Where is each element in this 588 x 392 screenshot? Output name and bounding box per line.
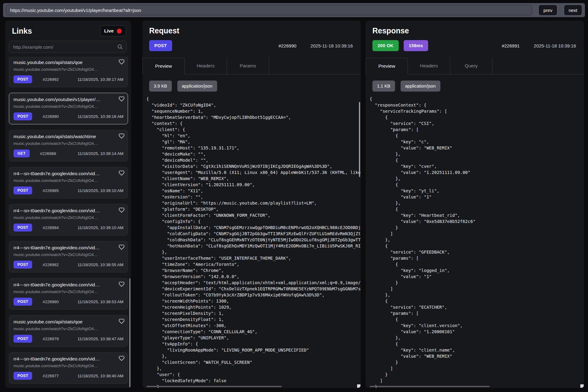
scrollbar-corner — [580, 384, 584, 388]
list-item-url: music.youtube.com/api/stats/qoe — [13, 319, 124, 325]
heart-icon[interactable] — [119, 355, 125, 361]
scrollbar-corner — [357, 384, 360, 388]
request-method-badge: POST — [149, 40, 172, 51]
list-item-referrer: music.youtube.com/watch?v=ZkCUfoNgIO4… — [13, 104, 124, 109]
response-tab-query[interactable]: Query — [450, 58, 492, 74]
response-timestamp: 2025-11-18 10:39:16 — [534, 43, 576, 48]
list-item-time: 11/18/2025, 10:39:16 AM — [77, 114, 124, 119]
list-item-url: music.youtube.com/api/stats/watchtime — [13, 134, 124, 139]
list-item[interactable]: rr4---sn-t0aedn7e.googlevideo.com/vid… m… — [9, 278, 128, 310]
search-icon — [117, 44, 123, 51]
live-toggle-label: Live — [104, 28, 114, 34]
method-badge: POST — [13, 335, 32, 343]
request-tabs: Preview Headers Params — [142, 58, 361, 74]
list-item-time: 11/18/2025, 10:39:10 AM — [77, 188, 124, 193]
list-item-url: music.youtube.com/api/stats/qoe — [13, 59, 124, 65]
response-panel-title: Response — [372, 26, 577, 35]
heart-icon[interactable] — [119, 207, 125, 213]
list-item-referrer: music.youtube.com/watch?v=ZkCUfoNgIO4… — [13, 215, 124, 220]
next-button[interactable]: next — [564, 5, 582, 16]
response-tab-preview[interactable]: Preview — [366, 58, 408, 74]
list-item-selected[interactable]: music.youtube.com/youtubei/v1/player/… m… — [9, 93, 128, 124]
list-item-time: 11/18/2025, 10:39:10 AM — [77, 225, 124, 230]
request-panel: Request POST #226990 2025-11-18 10:39:16… — [142, 21, 361, 388]
list-item-referrer: music.youtube.com/watch?v=ZkCUfoNgIO4… — [13, 363, 124, 368]
live-indicator-dot — [117, 28, 122, 34]
list-item-id: #226979 — [43, 337, 59, 341]
list-item-referrer: music.youtube.com/watch?v=ZkCUfoNgIO4… — [13, 252, 124, 257]
list-item[interactable]: music.youtube.com/api/stats/qoe music.yo… — [9, 315, 128, 347]
response-tab-headers[interactable]: Headers — [408, 58, 450, 74]
list-item[interactable]: music.youtube.com/api/stats/watchtime mu… — [9, 130, 128, 161]
method-badge: POST — [13, 372, 32, 380]
prev-button[interactable]: prev — [538, 5, 557, 16]
list-item-referrer: music.youtube.com/watch?v=ZkCUfoNgIO4… — [13, 141, 124, 146]
list-item-time: 11/18/2025, 10:39:17 AM — [77, 77, 124, 82]
request-tab-params[interactable]: Params — [227, 58, 269, 74]
list-item-time: 11/18/2025, 10:38:53 AM — [77, 300, 124, 304]
list-item-id: #226990 — [43, 114, 59, 119]
links-panel-title: Links — [12, 26, 32, 36]
method-badge: GET — [13, 149, 30, 157]
list-item-referrer: music.youtube.com/watch?v=ZkCUfoNgIO4… — [13, 178, 124, 183]
request-vertical-scrollbar[interactable] — [359, 102, 360, 177]
list-item-referrer: music.youtube.com/watch?v=ZkCUfoNgIO4… — [13, 289, 124, 294]
list-item[interactable]: rr4---sn-t0aedn7e.googlevideo.com/vid… m… — [9, 204, 128, 236]
request-tab-preview[interactable]: Preview — [142, 58, 185, 74]
live-toggle[interactable]: Live — [100, 25, 126, 36]
list-item-url: rr4---sn-t0aedn7e.googlevideo.com/vid… — [13, 171, 124, 176]
response-id: #226991 — [502, 43, 519, 48]
links-list: music.youtube.com/api/stats/qoe music.yo… — [5, 57, 131, 388]
response-size-badge: 1.1 KB — [372, 81, 395, 92]
list-item-referrer: music.youtube.com/watch?v=ZkCUfoNgIO4… — [13, 67, 124, 72]
heart-icon[interactable] — [119, 96, 125, 102]
list-item-url: rr4---sn-t0aedn7e.googlevideo.com/vid… — [13, 282, 124, 288]
list-item[interactable]: rr4---sn-t0aedn7e.googlevideo.com/vid… m… — [9, 352, 128, 384]
method-badge: POST — [13, 112, 32, 120]
response-duration-badge: 158ms — [404, 40, 428, 51]
method-badge: POST — [13, 298, 32, 306]
heart-icon[interactable] — [119, 133, 125, 139]
method-badge: POST — [13, 261, 32, 269]
method-badge: POST — [13, 187, 32, 194]
heart-icon[interactable] — [119, 318, 125, 324]
list-item-id: #226984 — [43, 225, 59, 230]
heart-icon[interactable] — [119, 59, 125, 65]
list-item-id: #226980 — [43, 300, 59, 304]
request-horizontal-scrollbar[interactable] — [146, 386, 282, 387]
heart-icon[interactable] — [119, 170, 125, 176]
response-horizontal-scrollbar[interactable] — [370, 386, 490, 387]
request-tab-headers[interactable]: Headers — [185, 58, 227, 74]
request-body-json[interactable]: { "videoId": "ZkCUfoNgIO4", "sequenceNum… — [142, 95, 361, 388]
links-panel: Links Live music.youtube.com/api/stats/q… — [5, 21, 131, 388]
list-item-time: 11/18/2025, 10:38:40 AM — [77, 374, 124, 378]
request-timestamp: 2025-11-18 10:39:16 — [311, 43, 353, 48]
response-status-badge: 200 OK — [372, 40, 399, 51]
url-input[interactable] — [6, 5, 532, 15]
links-search-input[interactable] — [9, 41, 126, 53]
list-item[interactable]: music.youtube.com/api/stats/qoe music.yo… — [9, 57, 128, 87]
links-list-scrollbar[interactable] — [129, 278, 130, 387]
response-body-json[interactable]: { "responseContext": { "serviceTrackingP… — [366, 95, 584, 388]
response-tabs: Preview Headers Query — [366, 58, 584, 74]
response-panel: Response 200 OK 158ms #226991 2025-11-18… — [366, 21, 584, 388]
list-item[interactable]: rr4---sn-t0aedn7e.googlevideo.com/vid… m… — [9, 167, 128, 198]
request-panel-title: Request — [149, 26, 354, 35]
request-content-type-badge: application/json — [177, 81, 217, 92]
list-item-time: 11/18/2025, 10:38:55 AM — [77, 262, 124, 267]
request-id: #226990 — [278, 43, 296, 48]
list-item-url: music.youtube.com/youtubei/v1/player/… — [13, 96, 124, 102]
list-item-url: rr4---sn-t0aedn7e.googlevideo.com/vid… — [13, 356, 124, 362]
main-content: Links Live music.youtube.com/api/stats/q… — [5, 21, 584, 388]
list-item-id: #226977 — [43, 374, 59, 378]
list-item-id: #226982 — [43, 262, 59, 267]
list-item-time: 11/18/2025, 10:38:47 AM — [77, 337, 124, 341]
list-item[interactable]: rr4---sn-t0aedn7e.googlevideo.com/vid… m… — [9, 241, 128, 273]
heart-icon[interactable] — [119, 244, 125, 250]
heart-icon[interactable] — [119, 281, 125, 287]
list-item-url: rr4---sn-t0aedn7e.googlevideo.com/vid… — [13, 245, 124, 251]
request-size-badge: 3.9 KB — [149, 81, 172, 92]
method-badge: POST — [13, 224, 32, 232]
response-content-type-badge: application/json — [401, 81, 440, 92]
list-item-referrer: music.youtube.com/watch?v=ZkCUfoNgIO4… — [13, 326, 124, 331]
